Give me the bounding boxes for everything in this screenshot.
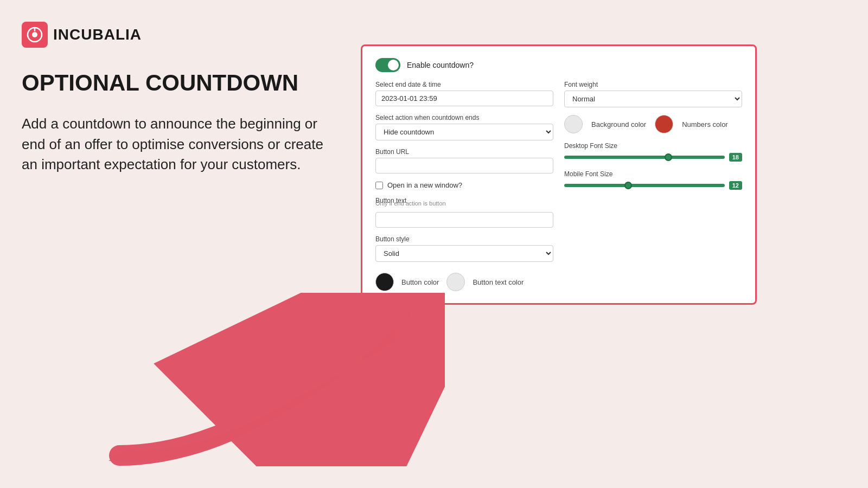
button-color-swatch[interactable]: [375, 273, 394, 291]
description-text: Add a countdown to announce the beginnin…: [22, 114, 342, 175]
button-style-select[interactable]: Solid Outline Ghost: [375, 245, 553, 262]
two-col-layout: Select end date & time Select action whe…: [375, 81, 742, 291]
main-heading: OPTIONAL COUNTDOWN: [22, 70, 298, 95]
desktop-font-slider-container: 18: [564, 153, 742, 162]
background-color-label: Background color: [591, 120, 646, 129]
arrow-svg: [76, 293, 445, 466]
desktop-font-label: Desktop Font Size: [564, 142, 742, 150]
svg-point-1: [32, 32, 37, 37]
arrow-container: [76, 293, 445, 466]
action-label: Select action when countdown ends: [375, 114, 553, 121]
end-date-field: Select end date & time: [375, 81, 553, 114]
open-new-window-label: Open in a new window?: [387, 181, 462, 189]
mobile-font-slider-row: Mobile Font Size 12: [564, 170, 742, 190]
mobile-font-label: Mobile Font Size: [564, 170, 742, 178]
left-column: Select end date & time Select action whe…: [375, 81, 553, 291]
action-field: Select action when countdown ends Hide c…: [375, 114, 553, 148]
desktop-font-thumb[interactable]: [665, 153, 672, 161]
svg-marker-4: [391, 304, 423, 342]
open-new-window-checkbox[interactable]: [375, 182, 383, 189]
desktop-font-track[interactable]: [564, 156, 725, 159]
button-text-field: Button text Only if end action is button: [375, 197, 553, 235]
mobile-font-track[interactable]: [564, 184, 725, 187]
font-weight-field: Font weight Normal Bold Light: [564, 81, 742, 115]
toggle-label: Enable countdown?: [407, 61, 474, 69]
bottom-color-row: Button color Button text color: [375, 273, 553, 291]
enable-countdown-toggle[interactable]: [375, 58, 400, 72]
toggle-row: Enable countdown?: [375, 58, 742, 72]
numbers-color-label: Numbers color: [682, 120, 728, 129]
button-text-sublabel: Only if end action is button: [375, 200, 553, 207]
button-url-input[interactable]: [375, 158, 553, 174]
desktop-font-slider-row: Desktop Font Size 18: [564, 142, 742, 162]
button-color-label: Button color: [401, 278, 439, 286]
font-weight-label: Font weight: [564, 81, 742, 88]
logo-text: INCUBALIA: [53, 26, 142, 43]
button-url-field: Button URL: [375, 148, 553, 181]
action-select[interactable]: Hide countdown Show button Redirect: [375, 124, 553, 140]
mobile-font-slider-container: 12: [564, 181, 742, 190]
font-weight-select[interactable]: Normal Bold Light: [564, 91, 742, 107]
mobile-font-value: 12: [729, 181, 742, 190]
button-text-input[interactable]: [375, 212, 553, 228]
end-date-label: Select end date & time: [375, 81, 553, 88]
button-url-label: Button URL: [375, 148, 553, 156]
button-style-field: Button style Solid Outline Ghost: [375, 235, 553, 269]
button-style-label: Button style: [375, 235, 553, 243]
button-text-color-swatch[interactable]: [446, 273, 465, 291]
right-column: Font weight Normal Bold Light Background…: [564, 81, 742, 291]
background-color-swatch[interactable]: [564, 115, 583, 133]
logo-icon: [22, 22, 48, 48]
desktop-font-value: 18: [729, 153, 742, 162]
button-text-color-label: Button text color: [473, 278, 524, 286]
logo-area: INCUBALIA: [22, 22, 142, 48]
color-swatches-row: Background color Numbers color: [564, 115, 742, 133]
mobile-font-thumb[interactable]: [624, 182, 632, 189]
logo-svg: [26, 26, 43, 43]
open-new-window-row: Open in a new window?: [375, 181, 553, 189]
end-date-input[interactable]: [375, 91, 553, 106]
countdown-panel: Enable countdown? Select end date & time…: [361, 44, 757, 305]
numbers-color-swatch[interactable]: [655, 115, 673, 133]
